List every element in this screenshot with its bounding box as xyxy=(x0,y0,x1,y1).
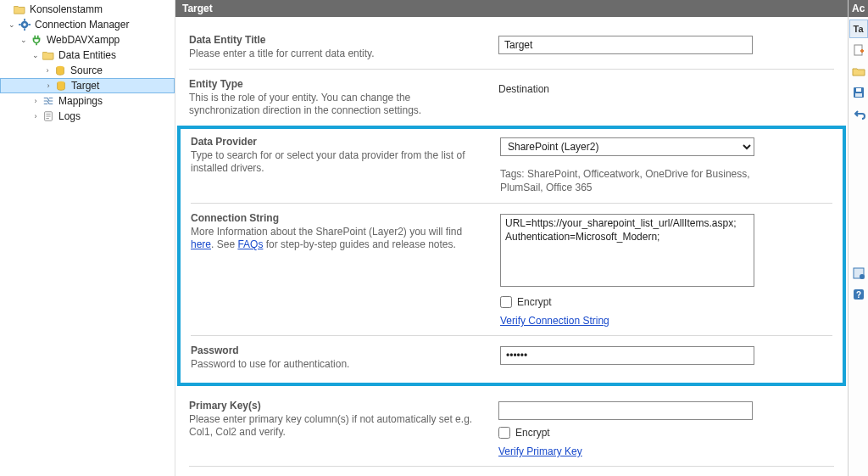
database-icon xyxy=(54,79,68,92)
page-title: Target xyxy=(182,3,213,14)
field-label-title: Data Entity Title xyxy=(189,34,481,46)
data-provider-select[interactable]: SharePoint (Layer2) xyxy=(500,137,754,156)
tree-label: Source xyxy=(70,63,103,78)
field-desc-primary-key: Please enter primary key column(s) if no… xyxy=(189,413,481,439)
expander-icon[interactable]: ⌄ xyxy=(19,35,29,45)
tree-label: Data Entities xyxy=(58,48,116,63)
field-label-primary-key: Primary Key(s) xyxy=(189,400,481,412)
expander-icon[interactable]: ⌄ xyxy=(7,20,17,30)
tree-connection-manager[interactable]: ⌄ Connection Manager xyxy=(0,17,175,32)
folder-icon xyxy=(42,48,55,62)
gear-icon xyxy=(18,18,31,31)
tree-label: Konsolenstamm xyxy=(29,2,103,17)
svg-point-17 xyxy=(860,274,865,279)
conn-string-here-link[interactable]: here xyxy=(191,238,211,250)
tree-label: Logs xyxy=(58,109,81,124)
tree-root[interactable]: ▾ Konsolenstamm xyxy=(0,2,175,17)
data-entity-title-input[interactable] xyxy=(498,36,753,54)
expander-icon[interactable]: › xyxy=(31,96,41,106)
tree-connection[interactable]: ⌄ WebDAVXampp xyxy=(0,32,175,48)
encrypt-conn-label: Encrypt xyxy=(517,296,552,308)
verify-connection-string-link[interactable]: Verify Connection String xyxy=(500,315,609,327)
toolbar-save-icon[interactable] xyxy=(849,83,868,102)
svg-point-1 xyxy=(23,23,26,26)
svg-text:?: ? xyxy=(855,290,860,300)
tree-label: WebDAVXampp xyxy=(46,32,120,48)
database-icon xyxy=(53,64,67,77)
expander-icon[interactable]: › xyxy=(31,111,41,121)
page-header: Target xyxy=(175,0,848,17)
toolbar-undo-icon[interactable] xyxy=(849,104,868,123)
tree-label: Connection Manager xyxy=(34,17,129,32)
plug-icon xyxy=(30,33,43,47)
highlighted-group: Data Provider Type to search for or sele… xyxy=(177,126,846,386)
tree-label: Target xyxy=(70,78,99,93)
field-desc-password: Password to use for authentication. xyxy=(191,358,483,371)
expander-icon[interactable]: › xyxy=(42,65,53,76)
folder-icon xyxy=(13,3,26,16)
mappings-icon xyxy=(42,94,55,108)
encrypt-conn-checkbox[interactable] xyxy=(500,296,512,308)
actions-strip: Ac Ta ? xyxy=(848,0,868,476)
encrypt-pk-checkbox[interactable] xyxy=(498,427,510,439)
field-desc-title: Please enter a title for current data en… xyxy=(189,48,481,60)
entity-type-value: Destination xyxy=(498,80,834,95)
provider-tags: Tags: SharePoint, Officeatwork, OneDrive… xyxy=(500,168,754,194)
primary-key-input[interactable] xyxy=(498,401,753,420)
actions-header: Ac xyxy=(849,0,868,17)
field-label-provider: Data Provider xyxy=(191,136,483,148)
tree-label: Mappings xyxy=(58,93,103,109)
tree-logs[interactable]: › Logs xyxy=(0,109,175,124)
field-label-password: Password xyxy=(191,344,483,356)
svg-rect-15 xyxy=(855,93,862,97)
encrypt-pk-label: Encrypt xyxy=(515,427,550,439)
field-label-conn-string: Connection String xyxy=(191,212,483,224)
svg-rect-14 xyxy=(856,88,861,92)
toolbar-help-icon[interactable]: ? xyxy=(849,285,868,304)
toolbar-new-icon[interactable] xyxy=(849,41,868,59)
verify-primary-key-link[interactable]: Verify Primary Key xyxy=(498,445,582,457)
tree-source[interactable]: › Source xyxy=(0,63,175,78)
field-desc-provider: Type to search for or select your data p… xyxy=(191,149,483,175)
expander-icon[interactable]: › xyxy=(43,81,53,91)
conn-string-faqs-link[interactable]: FAQs xyxy=(237,238,263,250)
toolbar-settings-icon[interactable] xyxy=(849,264,868,283)
logs-icon xyxy=(42,109,55,123)
password-input[interactable] xyxy=(500,346,754,365)
field-label-entity-type: Entity Type xyxy=(189,78,481,90)
expander-icon[interactable]: ⌄ xyxy=(31,50,41,60)
tree-mappings[interactable]: › Mappings xyxy=(0,93,175,109)
navigation-tree: ▾ Konsolenstamm ⌄ xyxy=(0,0,175,476)
field-desc-conn-string: More Information about the SharePoint (L… xyxy=(191,226,483,251)
field-desc-entity-type: This is the role of your entity. You can… xyxy=(189,92,481,117)
actions-tab[interactable]: Ta xyxy=(849,20,868,38)
connection-string-textarea[interactable] xyxy=(500,214,754,287)
toolbar-open-icon[interactable] xyxy=(849,62,868,81)
tree-data-entities[interactable]: ⌄ Data Entities xyxy=(0,48,175,63)
tree-target[interactable]: › Target xyxy=(0,78,175,93)
